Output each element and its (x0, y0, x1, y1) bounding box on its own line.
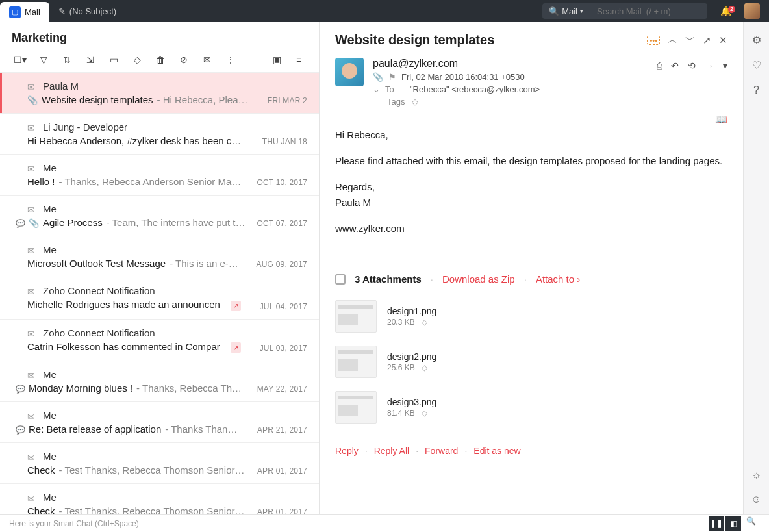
reply-link[interactable]: Reply (335, 446, 359, 456)
attachment-row[interactable]: design2.png25.6 KB◇ (335, 339, 530, 385)
message-date: JUL 04, 2017 (260, 302, 307, 311)
attachment-tag-icon[interactable]: ◇ (422, 363, 427, 372)
forward-link[interactable]: Forward (425, 446, 458, 456)
tab-mail-label: Mail (25, 7, 40, 17)
layout-icon[interactable]: ▣ (271, 54, 283, 66)
reader-pane: Website design templates ••• ︿ ﹀ ↗ ✕ pau… (320, 22, 743, 514)
reply-all-icon[interactable]: ⟲ (688, 60, 696, 71)
message-preview: - Hi Rebecca, Plea… (157, 94, 247, 105)
search-scope[interactable]: 🔍 Mail ▾ (542, 6, 590, 16)
add-tag-icon[interactable]: ◇ (412, 97, 418, 107)
message-from: Zoho Connect Notification (43, 327, 306, 338)
attachment-thumbnail (335, 300, 377, 333)
right-rail: ⚙ ♡ ? ☼ ☺ (743, 22, 769, 514)
forward-icon[interactable]: → (705, 60, 714, 71)
tab-compose[interactable]: ✎ (No Subject) (49, 0, 125, 22)
message-row[interactable]: ✉Paula M📎Website design templates - Hi R… (0, 73, 319, 114)
select-all-attachments-checkbox[interactable] (335, 274, 346, 285)
message-date: OCT 10, 2017 (257, 178, 307, 187)
message-row[interactable]: ✉MeCheck - Test Thanks, Rebecca Thomson … (0, 484, 319, 514)
tab-mail[interactable]: ▢ Mail (0, 2, 49, 22)
next-message-icon[interactable]: ﹀ (685, 34, 695, 46)
message-row[interactable]: ✉Me💬Re: Beta release of application - Th… (0, 402, 319, 443)
streams-icon[interactable]: ••• (647, 36, 660, 45)
external-link-icon: ↗ (231, 301, 241, 311)
body-link[interactable]: www.zylker.com (335, 221, 727, 236)
user-card-icon[interactable]: ◧ (725, 516, 741, 531)
close-reader-icon[interactable]: ✕ (719, 34, 727, 46)
message-subject: Check (27, 505, 55, 514)
message-row[interactable]: ✉Me💬Monday Morning blues ! - Thanks, Reb… (0, 361, 319, 402)
attachment-tag-icon[interactable]: ◇ (422, 318, 427, 327)
attachment-size: 20.3 KB (387, 318, 415, 327)
user-avatar[interactable] (744, 3, 760, 19)
more-icon[interactable]: ⋮ (225, 54, 236, 66)
message-from: Me (43, 203, 306, 214)
reader-mode-icon[interactable]: 📖 (715, 112, 727, 127)
archive-icon[interactable]: ⇲ (84, 54, 96, 66)
flag-icon[interactable]: ⚑ (388, 72, 396, 82)
mark-read-icon[interactable]: ✉ (201, 54, 213, 66)
reply-all-link[interactable]: Reply All (374, 446, 409, 456)
search-pill[interactable]: 🔍 Mail ▾ (542, 3, 707, 19)
notifications-button[interactable]: 🔔 2 (715, 6, 737, 16)
message-row[interactable]: ✉MeCheck - Test Thanks, Rebecca Thomson … (0, 443, 319, 484)
message-from: Me (43, 162, 306, 173)
more-actions-icon[interactable]: ▾ (723, 60, 727, 71)
attachment-thumbnail (335, 391, 377, 424)
filter-icon[interactable]: ▽ (38, 54, 49, 66)
attachment-name: design1.png (387, 306, 436, 316)
expand-recipients-icon[interactable]: ⌄ (373, 84, 380, 94)
message-subject: Monday Morning blues ! (29, 383, 132, 394)
message-row[interactable]: ✉MeHello ! - Thanks, Rebecca Anderson Se… (0, 155, 319, 196)
envelope-icon: ✉ (27, 164, 35, 174)
message-subject: Re: Beta release of application (29, 424, 161, 435)
message-date: APR 01, 2017 (257, 507, 307, 514)
reader-date: Fri, 02 Mar 2018 16:04:31 +0530 (401, 72, 525, 82)
sort-icon[interactable]: ⇅ (61, 54, 73, 66)
envelope-icon: ✉ (27, 246, 35, 256)
integrations-icon[interactable]: ♡ (752, 59, 761, 71)
clip-icon: 📎 (29, 218, 39, 228)
smart-chat-text: Here is your Smart Chat (Ctrl+Space) (9, 519, 139, 528)
message-row[interactable]: ✉MeMicrosoft Outlook Test Message - This… (0, 236, 319, 277)
tag-icon[interactable]: ◇ (131, 54, 143, 66)
edit-as-new-link[interactable]: Edit as new (473, 446, 520, 456)
message-subject: Agile Process (43, 217, 103, 228)
prev-message-icon[interactable]: ︿ (668, 34, 677, 46)
delete-icon[interactable]: 🗑 (155, 54, 166, 66)
attachment-row[interactable]: design3.png81.4 KB◇ (335, 385, 530, 430)
external-link-icon: ↗ (231, 342, 241, 353)
download-zip-link[interactable]: Download as Zip (442, 273, 515, 285)
attachment-name: design3.png (387, 397, 436, 407)
select-all-checkbox[interactable]: ☐▾ (14, 54, 26, 66)
open-new-window-icon[interactable]: ↗ (703, 34, 711, 46)
folder-icon[interactable]: ▭ (108, 54, 120, 66)
help-icon[interactable]: ? (753, 84, 759, 96)
feedback-icon[interactable]: ☺ (751, 494, 761, 505)
zoom-search-icon[interactable]: 🔍 (742, 516, 760, 531)
envelope-icon: ✉ (27, 123, 35, 133)
smart-chat-bar[interactable]: Here is your Smart Chat (Ctrl+Space) ❚❚ … (0, 514, 769, 532)
message-row[interactable]: ✉Zoho Connect NotificationMichelle Rodri… (0, 277, 319, 320)
message-date: APR 21, 2017 (257, 425, 307, 435)
message-date: MAY 22, 2017 (257, 385, 307, 394)
theme-icon[interactable]: ☼ (751, 469, 761, 481)
envelope-icon: ✉ (27, 452, 35, 462)
reader-subject: Website design templates (335, 32, 639, 47)
pause-icon[interactable]: ❚❚ (709, 516, 724, 531)
message-subject: Hi Rebecca Anderson, #zylker desk has be… (27, 135, 241, 146)
attachment-row[interactable]: design1.png20.3 KB◇ (335, 294, 530, 339)
message-row[interactable]: ✉Li Jung - DeveloperHi Rebecca Anderson,… (0, 114, 319, 155)
print-icon[interactable]: ⎙ (657, 60, 662, 71)
density-icon[interactable]: ≡ (293, 54, 305, 66)
settings-icon[interactable]: ⚙ (752, 34, 761, 46)
message-row[interactable]: ✉Zoho Connect NotificationCatrin Folkess… (0, 320, 319, 362)
attachment-tag-icon[interactable]: ◇ (422, 409, 427, 418)
chevron-down-icon: ▾ (580, 8, 583, 14)
message-row[interactable]: ✉Me💬📎Agile Process - Team, The interns h… (0, 196, 319, 236)
attach-to-link[interactable]: Attach to › (536, 273, 580, 285)
search-input[interactable] (590, 6, 707, 16)
reply-icon[interactable]: ↶ (671, 60, 679, 71)
spam-icon[interactable]: ⊘ (178, 54, 190, 66)
